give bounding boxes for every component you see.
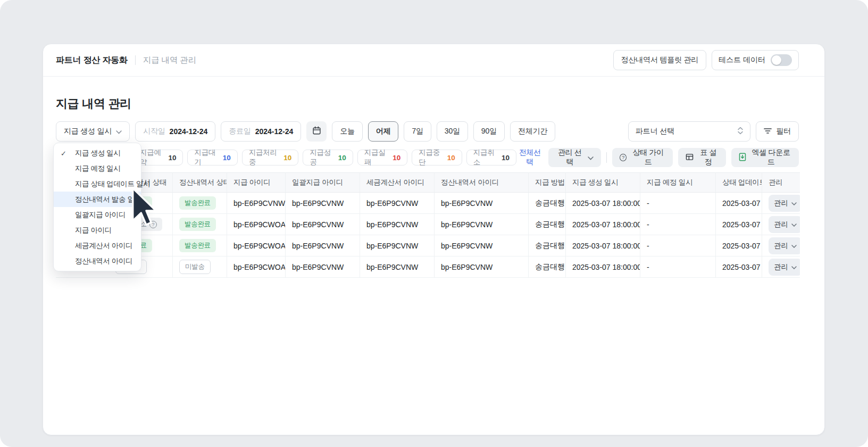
table-grid-icon <box>686 153 694 162</box>
excel-download-button[interactable]: 엑셀 다운로드 <box>731 148 799 167</box>
statement-id-cell: bp-E6P9CVNW <box>435 235 529 256</box>
col-payment-created-at[interactable]: 지급 생성 일시 <box>566 172 640 193</box>
select-all-link[interactable]: 전체선택 <box>516 148 543 167</box>
date-type-selected-label: 지급 생성 일시 <box>64 127 112 136</box>
toolbar-divider <box>606 152 607 163</box>
toggle-knob <box>772 55 781 65</box>
col-statement-id[interactable]: 정산내역서 아이디 <box>435 172 529 193</box>
breadcrumb: 지급 내역 관리 <box>143 55 196 66</box>
table-row: 발행완료 발송완료 bp-E6P9CVNW bp-E6P9CVNW bp-E6P… <box>56 193 800 214</box>
payment-created-cell: 2025-03-07 18:00:00 <box>566 235 640 256</box>
statement-template-manage-button[interactable]: 정산내역서 템플릿 관리 <box>613 50 706 70</box>
status-toolbar-row: 지급예약10 지급대기10 지급처리중10 지급성공10 지급실패10 지급중단… <box>56 148 799 167</box>
col-bulk-payment-id[interactable]: 일괄지급 아이디 <box>286 172 360 193</box>
payment-method-cell: 송금대행 <box>529 214 566 235</box>
desktop-background: 파트너 정산 자동화 지급 내역 관리 정산내역서 템플릿 관리 테스트 데이터… <box>0 0 868 447</box>
payments-table: 세금계산서 상태 정산내역서 상태 지급 아이디 일괄지급 아이디 세금계산서 … <box>56 172 800 278</box>
row-manage-button[interactable]: 관리 <box>769 216 800 233</box>
filter-button-label: 필터 <box>776 127 791 136</box>
table-row: 미발행 미발송 bp-E6P9CWOA bp-E6P9CVNW bp-E6P9C… <box>56 256 800 278</box>
question-circle-icon: ? <box>620 154 627 161</box>
partner-select-placeholder: 파트너 선택 <box>635 127 674 136</box>
chip-payment-stopped[interactable]: 지급중단10 <box>412 150 462 165</box>
menu-item-payment-created[interactable]: ✓ 지급 생성 일시 <box>54 145 141 161</box>
row-manage-button[interactable]: 관리 <box>769 237 800 254</box>
quick-range-30d-button[interactable]: 30일 <box>437 121 468 142</box>
menu-item-statement-id[interactable]: 정산내역서 아이디 <box>54 253 141 269</box>
bulk-payment-id-cell: bp-E6P9CVNW <box>286 256 360 278</box>
tax-invoice-id-cell: bp-E6P9CVNW <box>360 256 435 278</box>
menu-item-tax-invoice-id[interactable]: 세금계산서 아이디 <box>54 238 141 253</box>
check-icon: ✓ <box>61 149 66 157</box>
chevron-down-icon <box>791 263 797 271</box>
bulk-payment-id-cell: bp-E6P9CVNW <box>286 235 360 256</box>
tax-invoice-id-cell: bp-E6P9CVNW <box>360 235 435 256</box>
quick-range-yesterday-button[interactable]: 어제 <box>368 121 399 142</box>
payment-scheduled-cell: - <box>640 193 716 214</box>
start-date-field[interactable]: 시작일 2024-12-24 <box>135 121 215 142</box>
tax-invoice-id-cell: bp-E6P9CVNW <box>360 214 435 235</box>
quick-range-today-button[interactable]: 오늘 <box>332 121 363 142</box>
status-updated-cell: 2025-03-07 18:00:00 <box>716 193 762 214</box>
payment-created-cell: 2025-03-07 18:00:00 <box>566 193 640 214</box>
quick-range-all-button[interactable]: 전체기간 <box>510 121 555 142</box>
chip-payment-failed[interactable]: 지급실패10 <box>357 150 407 165</box>
row-manage-button[interactable]: 관리 <box>769 195 800 212</box>
payment-created-cell: 2025-03-07 18:00:00 <box>566 256 640 278</box>
partner-select[interactable]: 파트너 선택 <box>628 121 750 142</box>
app-window: 파트너 정산 자동화 지급 내역 관리 정산내역서 템플릿 관리 테스트 데이터… <box>43 44 825 435</box>
header-divider <box>135 55 136 65</box>
table-row: 발행완료 발송완료 bp-E6P9CWOA bp-E6P9CVNW bp-E6P… <box>56 235 800 256</box>
excel-download-icon <box>739 153 746 163</box>
payment-id-cell: bp-E6P9CWOA <box>227 256 286 278</box>
calendar-button[interactable] <box>306 121 327 142</box>
payment-method-cell: 송금대행 <box>529 256 566 278</box>
payment-scheduled-cell: - <box>640 235 716 256</box>
bulk-payment-id-cell: bp-E6P9CVNW <box>286 193 360 214</box>
col-statement-status[interactable]: 정산내역서 상태 <box>173 172 227 193</box>
chevron-down-icon <box>588 153 594 162</box>
chevron-down-icon <box>791 199 797 207</box>
end-date-value: 2024-12-24 <box>255 127 294 136</box>
menu-item-status-updated[interactable]: 지급 상태 업데이트 일시 <box>54 176 141 192</box>
payment-id-cell: bp-E6P9CWOA <box>227 235 286 256</box>
menu-item-payment-scheduled[interactable]: 지급 예정 일시 <box>54 161 141 176</box>
select-updown-icon <box>737 127 744 136</box>
col-payment-id[interactable]: 지급 아이디 <box>227 172 286 193</box>
status-updated-cell: 2025-03-07 18:00:00 <box>716 256 762 278</box>
chip-payment-waiting[interactable]: 지급대기10 <box>187 150 237 165</box>
payment-id-cell: bp-E6P9CVNW <box>227 193 286 214</box>
col-payment-method[interactable]: 지급 방법 <box>529 172 566 193</box>
menu-item-bulk-payment-id[interactable]: 일괄지급 아이디 <box>54 207 141 222</box>
test-data-toggle[interactable] <box>771 54 792 66</box>
chip-payment-success[interactable]: 지급성공10 <box>303 150 353 165</box>
chip-payment-processing[interactable]: 지급처리중10 <box>242 150 299 165</box>
chip-payment-canceled[interactable]: 지급취소10 <box>466 150 516 165</box>
row-manage-button[interactable]: 관리 <box>769 259 800 276</box>
payment-scheduled-cell: - <box>640 256 716 278</box>
menu-item-payment-id[interactable]: 지급 아이디 <box>54 222 141 238</box>
start-date-value: 2024-12-24 <box>170 127 208 136</box>
manage-select-button[interactable]: 관리 선택 <box>548 148 601 167</box>
filter-button[interactable]: 필터 <box>756 121 799 142</box>
payment-scheduled-cell: - <box>640 214 716 235</box>
quick-range-7d-button[interactable]: 7일 <box>404 121 431 142</box>
menu-item-statement-sent[interactable]: 정산내역서 발송 일시 <box>54 192 141 207</box>
col-manage: 관리 <box>762 172 800 193</box>
top-bar: 파트너 정산 자동화 지급 내역 관리 정산내역서 템플릿 관리 테스트 데이터 <box>43 44 824 77</box>
table-settings-button[interactable]: 표 설정 <box>678 148 726 167</box>
chevron-down-icon <box>116 127 122 136</box>
statement-id-cell: bp-E6P9CVNW <box>435 193 529 214</box>
table-toolbar: 전체선택 관리 선택 ? 상태 가이드 <box>516 148 799 167</box>
bulk-payment-id-cell: bp-E6P9CVNW <box>286 214 360 235</box>
col-tax-invoice-id[interactable]: 세금계산서 아이디 <box>360 172 435 193</box>
quick-range-90d-button[interactable]: 90일 <box>473 121 505 142</box>
status-updated-cell: 2025-03-07 18:00:00 <box>716 214 762 235</box>
col-payment-scheduled-at[interactable]: 지급 예정 일시 <box>640 172 716 193</box>
status-updated-cell: 2025-03-07 18:00:00 <box>716 235 762 256</box>
date-type-dropdown-button[interactable]: 지급 생성 일시 <box>56 121 130 142</box>
end-date-field[interactable]: 종료일 2024-12-24 <box>221 121 301 142</box>
payment-created-cell: 2025-03-07 18:00:00 <box>566 214 640 235</box>
status-guide-button[interactable]: ? 상태 가이드 <box>612 148 673 167</box>
col-status-updated-at[interactable]: 상태 업데이트 일시 <box>716 172 762 193</box>
